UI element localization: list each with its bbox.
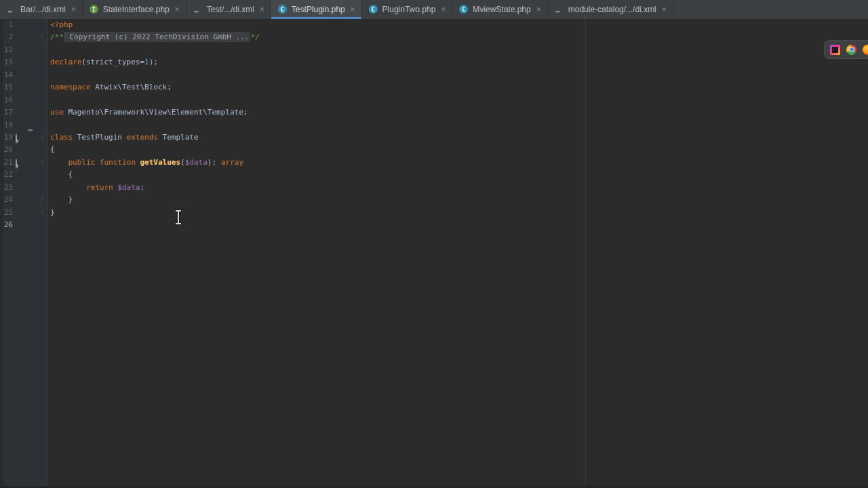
fold-marker-icon[interactable]: ˃ xyxy=(38,31,46,43)
xml-file-icon xyxy=(555,5,564,14)
line-number: 14 xyxy=(0,69,13,81)
tab-close-icon[interactable]: × xyxy=(175,5,180,14)
tab-module-catalog/.../di.xml[interactable]: module-catalog/.../di.xml× xyxy=(548,0,673,19)
code-text: { xyxy=(47,144,55,156)
line-number: 22 xyxy=(0,169,13,181)
gutter-cell[interactable]: 1 xyxy=(0,19,47,31)
gutter-cell[interactable]: 25˄ xyxy=(0,207,47,219)
gutter-cell[interactable]: 16 xyxy=(0,94,47,106)
code-text: return $data; xyxy=(47,182,144,194)
code-line-19[interactable]: 19˅class TestPlugin extends Template xyxy=(0,131,868,144)
override-marker-icon[interactable] xyxy=(16,158,25,167)
tab-close-icon[interactable]: × xyxy=(441,5,446,14)
tab-label: Bar/.../di.xml xyxy=(20,5,66,14)
code-text: } xyxy=(47,194,73,206)
gutter-cell[interactable]: 17 xyxy=(0,106,47,119)
gutter-cell[interactable]: 21˅ xyxy=(0,157,47,169)
code-text xyxy=(47,94,50,106)
code-line-23[interactable]: 23 return $data; xyxy=(0,182,868,194)
code-line-20[interactable]: 20{ xyxy=(0,144,868,156)
code-line-26[interactable]: 26 xyxy=(0,219,868,231)
gutter-cell[interactable]: 24˄ xyxy=(0,194,47,206)
gutter-cell[interactable]: 2˃ xyxy=(0,31,47,43)
phpstorm-icon[interactable] xyxy=(830,45,840,55)
code-line-2[interactable]: 2˃/** Copyright (c) 2022 TechDivision Gm… xyxy=(0,31,868,43)
line-number: 25 xyxy=(0,207,13,219)
line-number: 20 xyxy=(0,144,13,156)
ide-window: Bar/.../di.xml×IStateInterface.php×Test/… xyxy=(0,0,868,488)
gutter-cell[interactable]: 12 xyxy=(0,44,47,56)
di-xml-marker-icon[interactable] xyxy=(28,133,37,142)
code-text: use Magento\Framework\View\Element\Templ… xyxy=(47,106,248,119)
code-text: <?php xyxy=(47,19,73,31)
fold-marker-icon[interactable]: ˄ xyxy=(38,194,46,206)
tab-label: MviewState.php xyxy=(473,5,530,14)
code-editor[interactable]: 1<?php2˃/** Copyright (c) 2022 TechDivis… xyxy=(0,19,868,488)
gutter-cell[interactable]: 26 xyxy=(0,219,47,231)
code-line-21[interactable]: 21˅ public function getValues($data): ar… xyxy=(0,157,868,169)
editor-tab-bar: Bar/.../di.xml×IStateInterface.php×Test/… xyxy=(0,0,868,20)
tab-close-icon[interactable]: × xyxy=(536,5,541,14)
gutter-cell[interactable]: 19˅ xyxy=(0,131,47,144)
php-class-icon: C xyxy=(369,5,378,14)
php-class-icon: C xyxy=(278,5,288,14)
code-text: class TestPlugin extends Template xyxy=(47,131,199,144)
line-number: 1 xyxy=(0,19,13,31)
tab-MviewState.php[interactable]: CMviewState.php× xyxy=(452,0,547,19)
code-line-22[interactable]: 22 { xyxy=(0,169,868,181)
code-line-12[interactable]: 12 xyxy=(0,44,868,56)
firefox-icon[interactable] xyxy=(863,45,868,55)
code-line-25[interactable]: 25˄} xyxy=(0,207,868,219)
tab-close-icon[interactable]: × xyxy=(71,5,76,14)
line-number: 13 xyxy=(0,56,13,68)
code-text: { xyxy=(47,169,73,181)
code-line-1[interactable]: 1<?php xyxy=(0,19,868,31)
gutter-cell[interactable]: 18 xyxy=(0,119,47,131)
override-marker-icon[interactable] xyxy=(16,133,25,142)
code-text xyxy=(47,44,50,56)
gutter-cell[interactable]: 13 xyxy=(0,56,47,68)
php-interface-icon: I xyxy=(90,5,99,14)
code-line-13[interactable]: 13declare(strict_types=1); xyxy=(0,56,868,68)
fold-marker-icon[interactable]: ˅ xyxy=(38,131,46,144)
tab-label: TestPlugin.php xyxy=(292,5,345,14)
tab-PluginTwo.php[interactable]: CPluginTwo.php× xyxy=(362,0,453,19)
line-number: 17 xyxy=(0,106,13,119)
gutter-cell[interactable]: 22 xyxy=(0,169,47,181)
tab-Test/.../di.xml[interactable]: Test/.../di.xml× xyxy=(186,0,271,19)
line-number: 18 xyxy=(0,119,13,131)
code-line-14[interactable]: 14 xyxy=(0,69,868,81)
tab-close-icon[interactable]: × xyxy=(662,5,667,14)
xml-file-icon xyxy=(7,5,16,14)
code-line-16[interactable]: 16 xyxy=(0,94,868,106)
code-text: namespace Atwix\Test\Block; xyxy=(47,81,172,94)
fold-marker-icon[interactable]: ˅ xyxy=(38,157,46,169)
gutter-cell[interactable]: 14 xyxy=(0,69,47,81)
tab-StateInterface.php[interactable]: IStateInterface.php× xyxy=(83,0,186,19)
code-line-17[interactable]: 17use Magento\Framework\View\Element\Tem… xyxy=(0,106,868,119)
line-number: 19 xyxy=(0,131,13,144)
tab-label: module-catalog/.../di.xml xyxy=(568,5,656,14)
code-line-15[interactable]: 15namespace Atwix\Test\Block; xyxy=(0,81,868,94)
tab-close-icon[interactable]: × xyxy=(260,5,264,14)
chrome-icon[interactable] xyxy=(846,45,856,55)
open-in-browser-toolbar xyxy=(824,40,868,59)
tab-TestPlugin.php[interactable]: CTestPlugin.php× xyxy=(271,0,362,19)
gutter-cell[interactable]: 23 xyxy=(0,182,47,194)
code-text: } xyxy=(47,207,55,219)
tab-close-icon[interactable]: × xyxy=(351,5,355,14)
line-number: 21 xyxy=(0,157,13,169)
code-line-18[interactable]: 18 xyxy=(0,119,868,131)
code-lines: 1<?php2˃/** Copyright (c) 2022 TechDivis… xyxy=(0,19,868,231)
fold-marker-icon[interactable]: ˄ xyxy=(38,207,46,219)
tab-Bar/.../di.xml[interactable]: Bar/.../di.xml× xyxy=(0,0,83,19)
gutter-cell[interactable]: 15 xyxy=(0,81,47,94)
tab-label: Test/.../di.xml xyxy=(207,5,254,14)
line-number: 2 xyxy=(0,31,13,43)
code-text: public function getValues($data): array xyxy=(47,157,243,169)
code-line-24[interactable]: 24˄ } xyxy=(0,194,868,206)
gutter-cell[interactable]: 20 xyxy=(0,144,47,156)
xml-file-icon xyxy=(193,5,203,14)
tab-label: StateInterface.php xyxy=(103,5,170,14)
line-number: 15 xyxy=(0,81,13,94)
